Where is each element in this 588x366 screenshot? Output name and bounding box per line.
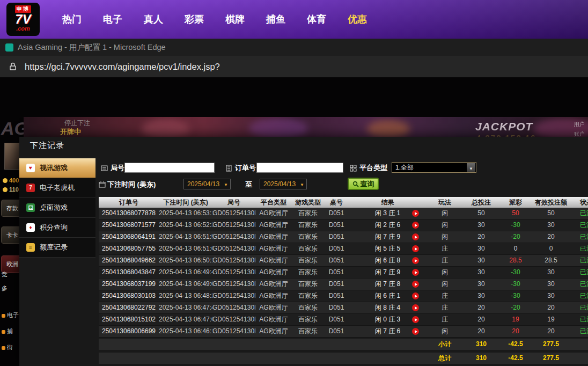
cell-table-no: D051: [324, 243, 349, 254]
sidebar-item-label: 视讯游戏: [40, 163, 68, 173]
nav-item-真人[interactable]: 真人: [144, 13, 163, 26]
search-button[interactable]: 查询: [348, 178, 379, 190]
lobby-button-竞[interactable]: 竞: [2, 270, 8, 279]
cards-icon: ♥: [26, 164, 35, 172]
replay-icon[interactable]: [412, 210, 419, 217]
lobby-button-多[interactable]: 多: [2, 284, 8, 292]
cell-result: 闲 8 庄 4: [349, 302, 427, 313]
sidebar-item-label: 桌面游戏: [40, 203, 68, 213]
column-header-round-id: 局号: [212, 197, 255, 208]
lobby-button-街[interactable]: 街: [2, 343, 13, 352]
cell-result: 闲 7 庄 9: [349, 231, 427, 243]
cell-play: 庄: [427, 302, 463, 313]
nav-item-捕鱼[interactable]: 捕鱼: [266, 13, 285, 26]
site-logo[interactable]: 申博 7V .com: [6, 3, 40, 36]
lock-icon[interactable]: [9, 62, 17, 73]
result-text: 闲 5 庄 5: [375, 245, 400, 252]
cell-valid-bet: 0: [532, 243, 570, 254]
sidebar-item-label: 积分查询: [40, 223, 68, 232]
sidebar-item-电子老虎机[interactable]: 7电子老虎机: [19, 178, 95, 198]
date-to-value: 2025/04/13: [263, 180, 296, 188]
cell-play: 庄: [427, 290, 463, 302]
cell-total-bet: 30: [463, 267, 499, 278]
search-icon: [352, 181, 359, 187]
sidebar-item-视讯游戏[interactable]: ♥视讯游戏: [19, 158, 95, 178]
cell-game-type: 百家乐: [292, 231, 324, 243]
cell-total-bet: 30: [463, 219, 499, 231]
cell-bet-time: 2025-04-13 06:51:50: [159, 231, 212, 243]
banner-art: [249, 118, 308, 140]
cell-total-bet: 30: [463, 279, 499, 290]
logo-suffix-text: .com: [6, 26, 40, 32]
cell-table-no: D051: [324, 219, 349, 231]
result-text: 闲 3 庄 1: [375, 209, 400, 217]
replay-icon[interactable]: [412, 257, 419, 264]
table-row: 2504130680438472025-04-13 06:49:44GD0512…: [99, 267, 588, 279]
cell-game-type: 百家乐: [292, 255, 324, 266]
cell-valid-bet: 28.5: [532, 255, 570, 266]
cell-payout: -30: [499, 267, 532, 278]
sidebar-item-积分查询[interactable]: ♦积分查询: [19, 218, 95, 238]
search-button-label: 查询: [361, 179, 374, 189]
user-mini-label[interactable]: 用户: [574, 121, 585, 128]
bet-records-modal: 下注记录 ♥视讯游戏7电子老虎机⚃桌面游戏♦积分查询≡额度记录 局号 订单号 平…: [19, 137, 588, 366]
column-header-game-type: 游戏类型: [292, 197, 324, 208]
replay-icon[interactable]: [412, 245, 419, 252]
address-bar[interactable]: https://gci.7vvvvvv.com/agingame/pcv1/in…: [0, 56, 588, 78]
nav-item-体育[interactable]: 体育: [307, 13, 326, 26]
date-from-select[interactable]: 2025/04/13: [183, 179, 231, 189]
cell-game-type: 百家乐: [292, 208, 324, 219]
platform-type-label: 平台类型: [359, 163, 387, 173]
grandtotal-label: 总计: [427, 353, 463, 364]
cell-play: 闲: [427, 326, 463, 337]
subtotal-payout: -42.5: [499, 339, 532, 350]
nav-item-电子[interactable]: 电子: [103, 13, 122, 26]
cell-bet-time: 2025-04-13 06:51:07: [159, 243, 212, 254]
cell-valid-bet: 19: [532, 314, 570, 325]
cell-bet-time: 2025-04-13 06:47:02: [159, 314, 212, 325]
cell-round-id: GD051254130PD: [212, 326, 255, 337]
replay-icon[interactable]: [412, 269, 419, 276]
replay-icon[interactable]: [412, 292, 419, 299]
cell-round-id: GD051254130PI: [212, 267, 255, 278]
table-row: 2504130680641912025-04-13 06:51:50GD0512…: [99, 231, 588, 243]
order-number-input[interactable]: [256, 163, 343, 173]
platform-type-select[interactable]: 1.全部: [392, 162, 476, 173]
nav-item-优惠[interactable]: 优惠: [348, 13, 367, 26]
url-text[interactable]: https://gci.7vvvvvv.com/agingame/pcv1/in…: [25, 56, 220, 77]
replay-icon[interactable]: [412, 316, 419, 323]
replay-icon[interactable]: [412, 233, 419, 240]
nav-item-棋牌[interactable]: 棋牌: [225, 13, 245, 26]
sidebar-item-额度记录[interactable]: ≡额度记录: [19, 238, 95, 258]
result-text: 闲 8 庄 4: [375, 304, 400, 311]
sidebar-item-桌面游戏[interactable]: ⚃桌面游戏: [19, 198, 95, 218]
cell-order-id: 250413068006699: [99, 326, 159, 337]
replay-icon[interactable]: [412, 304, 419, 311]
cell-bet-time: 2025-04-13 06:46:19: [159, 326, 212, 337]
table-row: 2504130680227922025-04-13 06:47:47GD0512…: [99, 302, 588, 314]
cell-play: 庄: [427, 255, 463, 266]
cell-round-id: GD051254130PM: [212, 219, 255, 231]
cell-table-no: D051: [324, 267, 349, 278]
cell-table-no: D051: [324, 326, 349, 337]
cell-valid-bet: 30: [532, 267, 570, 278]
column-header-table-no: 桌号: [324, 197, 349, 208]
date-to-select[interactable]: 2025/04/13: [260, 179, 307, 189]
cell-game-type: 百家乐: [292, 267, 324, 278]
platform-type-value: 1.全部: [395, 164, 414, 171]
replay-icon[interactable]: [412, 281, 419, 288]
cell-table-no: D051: [324, 290, 349, 302]
nav-item-彩票[interactable]: 彩票: [185, 13, 204, 26]
replay-icon[interactable]: [412, 328, 419, 335]
cell-bet-time: 2025-04-13 06:49:44: [159, 267, 212, 278]
lobby-button-捕[interactable]: 捕: [2, 327, 13, 335]
chevron-down-icon: [300, 179, 304, 190]
table-body: 2504130680778782025-04-13 06:53:10GD0512…: [99, 208, 588, 338]
column-header-platform: 平台类型: [255, 197, 292, 208]
nav-item-热门[interactable]: 热门: [62, 13, 82, 26]
replay-icon[interactable]: [412, 222, 419, 229]
table-row: 2504130680066992025-04-13 06:46:19GD0512…: [99, 326, 588, 338]
round-number-input[interactable]: [124, 163, 215, 173]
lobby-button-电子[interactable]: 电子: [2, 311, 19, 319]
cell-valid-bet: 30: [532, 290, 570, 302]
